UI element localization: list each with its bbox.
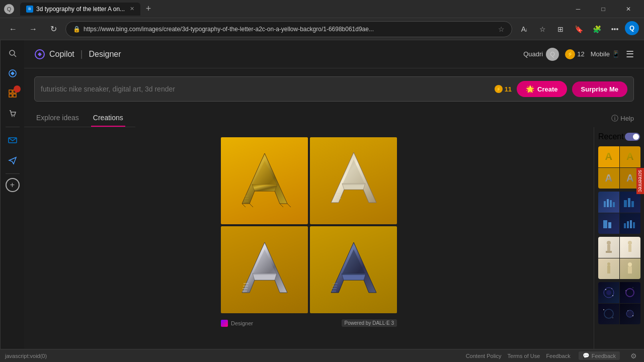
mini-letter-a-3: A xyxy=(605,172,612,184)
content-area: Copilot | Designer Quadri Q ⚡ 12 Mobile xyxy=(24,40,644,349)
svg-point-69 xyxy=(625,290,626,291)
recent-item-4[interactable] xyxy=(598,282,640,324)
sidebar-telegram-icon[interactable] xyxy=(4,151,22,169)
boost-counter-button[interactable]: ⚡ 12 xyxy=(565,49,584,59)
settings-icon[interactable]: ⚙ xyxy=(628,350,639,361)
collections-icon[interactable]: 🔖 xyxy=(571,21,587,37)
recent-item-2[interactable] xyxy=(598,192,640,234)
close-button[interactable]: ✕ xyxy=(617,1,640,17)
svg-point-65 xyxy=(605,289,606,290)
search-input[interactable] xyxy=(41,85,490,93)
feedback-link[interactable]: Feedback xyxy=(546,353,570,359)
content-tabs: Explore ideas Creations xyxy=(24,110,135,127)
svg-rect-49 xyxy=(608,222,611,228)
statue-icon-4 xyxy=(625,261,635,276)
terms-of-use-link[interactable]: Terms of Use xyxy=(508,353,540,359)
letter-a-svg-1 xyxy=(234,148,295,214)
sidebar-copilot-icon[interactable] xyxy=(4,64,22,82)
new-tab-button[interactable]: + xyxy=(141,2,155,16)
svg-rect-51 xyxy=(627,221,629,228)
address-bar[interactable]: 🔒 https://www.bing.com/images/create/3d-… xyxy=(65,21,512,37)
sidebar-outlook-icon[interactable] xyxy=(4,131,22,149)
tab-explore-ideas[interactable]: Explore ideas xyxy=(34,110,81,127)
svg-point-0 xyxy=(10,50,15,55)
collections-badge xyxy=(14,85,21,93)
sidebar-add-button[interactable]: + xyxy=(6,178,20,192)
generated-image-1[interactable] xyxy=(221,137,308,224)
browser-bottom-bar: javascript:void(0) Content Policy Terms … xyxy=(0,349,644,362)
recent-city-2 xyxy=(620,192,641,213)
mobile-button[interactable]: Mobile 📱 xyxy=(591,50,620,58)
footer-brand: Designer xyxy=(221,320,253,327)
favorites-icon[interactable]: ☆ xyxy=(534,21,550,37)
sidebar-shopping-icon[interactable] xyxy=(4,105,22,123)
surprise-me-button[interactable]: Surprise Me xyxy=(572,81,627,97)
toolbar-icons: Aᵢ ☆ ⊞ 🔖 🧩 ••• Q xyxy=(516,21,639,37)
footer-brand-name: Designer xyxy=(231,320,253,326)
help-label: Help xyxy=(620,115,634,122)
user-account-button[interactable]: Quadri Q xyxy=(523,48,559,61)
svg-rect-44 xyxy=(613,202,615,207)
recent-panel: Recent A A A xyxy=(594,127,644,349)
svg-rect-46 xyxy=(628,198,630,207)
generated-image-2[interactable] xyxy=(310,137,397,224)
more-button[interactable]: ••• xyxy=(607,21,623,37)
tab-grid-icon[interactable]: ⊞ xyxy=(552,21,569,37)
screenrec-badge: screenrec xyxy=(636,168,644,194)
tab-creations[interactable]: Creations xyxy=(91,110,125,127)
svg-line-15 xyxy=(250,204,253,207)
create-button[interactable]: 🌟 Create xyxy=(517,81,567,97)
sidebar-search-icon[interactable] xyxy=(4,44,22,62)
sidebar-collections-icon[interactable] xyxy=(4,84,22,103)
help-button[interactable]: ⓘ Help xyxy=(611,114,634,123)
letter-a-svg-4 xyxy=(324,237,384,303)
space-icon-3 xyxy=(602,307,616,321)
tab-title: 3d typography of the letter A on... xyxy=(36,6,125,13)
brand-separator: | xyxy=(80,49,83,59)
svg-rect-62 xyxy=(628,266,632,274)
city-icon-3 xyxy=(602,216,616,230)
statue-icon-1 xyxy=(604,240,614,254)
svg-point-59 xyxy=(607,262,610,265)
recent-statue-4 xyxy=(620,258,641,280)
svg-point-68 xyxy=(626,289,634,297)
maximize-button[interactable]: □ xyxy=(592,1,615,17)
refresh-button[interactable]: ↻ xyxy=(45,21,61,37)
svg-point-57 xyxy=(628,241,632,245)
designer-brand-name: Designer xyxy=(89,50,121,59)
generated-image-4[interactable] xyxy=(310,226,397,313)
sidebar-divider-1 xyxy=(6,127,20,127)
boost-count-value: 11 xyxy=(505,85,512,93)
recent-img-1a: A xyxy=(598,146,619,167)
extensions-icon[interactable]: 🧩 xyxy=(589,21,605,37)
svg-rect-6 xyxy=(13,94,16,97)
search-area: ⚡ 11 🌟 Create Surprise Me xyxy=(24,68,644,110)
svg-point-64 xyxy=(606,290,611,295)
generated-image-3[interactable] xyxy=(221,226,308,313)
svg-point-72 xyxy=(603,309,604,310)
feedback-button[interactable]: 💬 Feedback xyxy=(579,351,620,360)
tab-close-button[interactable]: ✕ xyxy=(130,6,134,12)
recent-statue-3 xyxy=(598,258,619,280)
active-tab[interactable]: B 3d typography of the letter A on... ✕ xyxy=(20,3,140,16)
mini-letter-a-1: A xyxy=(605,151,612,162)
svg-rect-50 xyxy=(624,223,626,228)
recent-space-3 xyxy=(598,304,619,325)
forward-button[interactable]: → xyxy=(25,21,41,37)
minimize-button[interactable]: ─ xyxy=(567,1,590,17)
edge-profile-avatar[interactable]: Q xyxy=(625,21,639,35)
sidebar-divider-2 xyxy=(6,173,20,174)
hamburger-menu-button[interactable]: ☰ xyxy=(626,49,634,60)
svg-point-7 xyxy=(12,116,13,117)
back-button[interactable]: ← xyxy=(5,21,21,37)
edge-right-sidebar: + xyxy=(0,40,24,349)
copilot-brand-name: Copilot xyxy=(49,50,74,59)
recent-item-1[interactable]: A A A A xyxy=(598,146,640,189)
content-policy-link[interactable]: Content Policy xyxy=(466,353,502,359)
recent-toggle[interactable] xyxy=(625,133,640,141)
svg-point-54 xyxy=(607,241,611,245)
svg-point-73 xyxy=(612,317,613,318)
svg-point-75 xyxy=(627,310,628,311)
read-aloud-icon[interactable]: Aᵢ xyxy=(516,21,532,37)
recent-item-3[interactable] xyxy=(598,237,640,279)
